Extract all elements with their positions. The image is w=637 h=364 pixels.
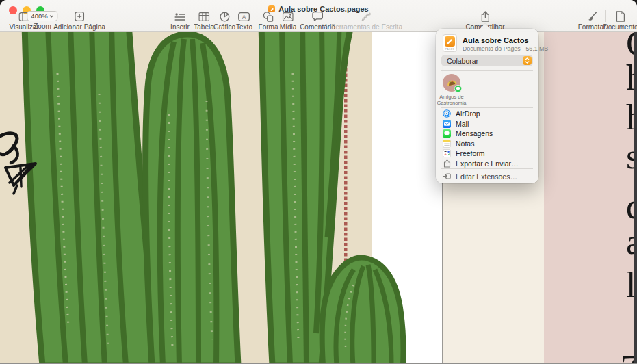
- window-right-edge: [634, 32, 637, 364]
- share-option-mensagens[interactable]: Mensagens: [436, 129, 538, 139]
- toolbar-inserir-button[interactable]: Inserir: [170, 11, 190, 31]
- comment-icon: [312, 11, 323, 22]
- media-icon: [283, 11, 294, 22]
- popover-doc-meta: Documento do Pages · 56,1 MB: [463, 45, 548, 53]
- share-option-freeform[interactable]: Freeform: [436, 148, 538, 159]
- add-page-icon: [75, 11, 84, 22]
- toolbar-documento-button[interactable]: Documento: [603, 11, 637, 31]
- popover-divider: [441, 168, 533, 169]
- document-canvas[interactable]: C h h s d a le Z: [0, 32, 637, 364]
- share-icon: [480, 11, 490, 22]
- contact-avatar: [443, 74, 460, 92]
- toolbar-grafico-button[interactable]: Gráfico: [213, 11, 235, 31]
- contact-name: Amigos de Gastronomia: [437, 94, 467, 106]
- popover-divider: [441, 107, 533, 108]
- toolbar-ferramentas-escrita-button: Ferramentas de Escrita: [331, 11, 402, 31]
- shapes-icon: [263, 11, 274, 22]
- airdrop-icon: [443, 109, 451, 118]
- toolbar-texto-button[interactable]: A Texto: [236, 11, 252, 31]
- toolbar-midia-button[interactable]: Mídia: [280, 11, 296, 31]
- export-share-icon: [443, 159, 451, 168]
- document-icon: [616, 11, 625, 22]
- messages-icon: [443, 129, 451, 138]
- collaborate-dropdown[interactable]: Colaborar: [441, 55, 533, 66]
- svg-text:A: A: [242, 13, 246, 20]
- popover-document-header: PAGES Aula sobre Cactos Documento do Pag…: [443, 34, 548, 53]
- pages-app-window: C h h s d a le Z Aula sobre Cactos.pages: [0, 0, 637, 364]
- recent-contact[interactable]: Amigos de Gastronomia: [436, 74, 467, 106]
- popover-divider: [441, 70, 533, 71]
- messages-badge-icon: [454, 85, 462, 92]
- format-brush-icon: [587, 11, 597, 22]
- share-option-notas[interactable]: Notas: [436, 139, 538, 149]
- popover-doc-title: Aula sobre Cactos: [463, 36, 548, 45]
- toolbar: Aula sobre Cactos.pages Visualizar 400% …: [0, 0, 637, 32]
- insert-icon: [174, 11, 185, 22]
- toolbar-comentario-button[interactable]: Comentário: [300, 11, 335, 31]
- share-popover: PAGES Aula sobre Cactos Documento do Pag…: [436, 29, 538, 183]
- chart-icon: [219, 11, 229, 22]
- extensions-icon: [443, 172, 451, 181]
- toolbar-tabela-button[interactable]: Tabela: [194, 11, 213, 31]
- pages-file-icon: PAGES: [443, 34, 457, 52]
- mail-icon: [443, 120, 451, 128]
- clipped-page-text: C h h s d a le Z: [0, 32, 637, 364]
- pages-caption: PAGES: [445, 48, 455, 51]
- share-option-exportar[interactable]: Exportar e Enviar…: [436, 159, 538, 169]
- edit-extensions-button[interactable]: Editar Extensões…: [436, 171, 538, 181]
- notes-icon: [443, 140, 451, 148]
- collaborate-stepper-icon: [523, 56, 532, 65]
- writing-tools-icon: [361, 11, 372, 22]
- share-option-airdrop[interactable]: AirDrop: [436, 109, 538, 119]
- toolbar-add-page-button[interactable]: Adicionar Página: [53, 11, 105, 31]
- share-option-mail[interactable]: Mail: [436, 119, 538, 129]
- text-icon: A: [239, 11, 250, 22]
- toolbar-forma-button[interactable]: Forma: [259, 11, 278, 31]
- freeform-icon: [443, 149, 451, 157]
- table-icon: [198, 11, 209, 22]
- toolbar-formatar-button[interactable]: Formatar: [578, 11, 606, 31]
- share-options-list: AirDrop Mail Mensagens Notas: [436, 109, 538, 168]
